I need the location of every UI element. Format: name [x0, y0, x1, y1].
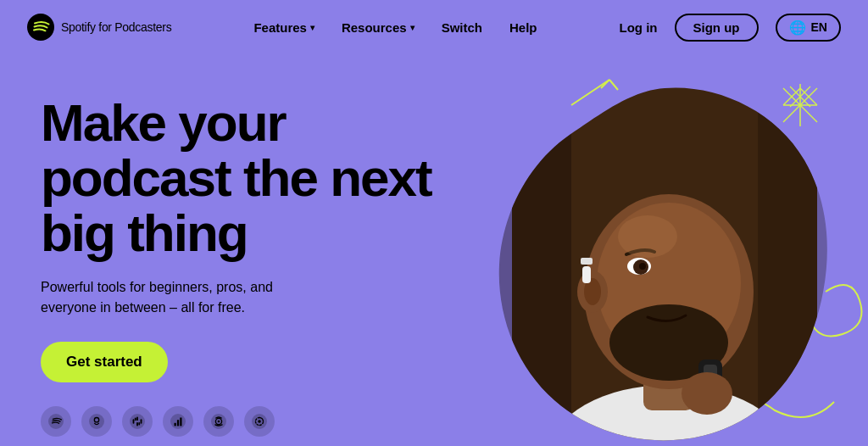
switch-nav-link[interactable]: Switch — [442, 20, 482, 35]
svg-point-17 — [218, 421, 220, 423]
logo-text: Spotify for Podcasters — [61, 20, 171, 34]
svg-rect-52 — [444, 54, 571, 446]
nav-links: Features ▾ Resources ▾ Switch Help — [253, 20, 537, 35]
hero-image — [444, 54, 868, 446]
apple-podcasts-icon — [81, 406, 112, 437]
nav-actions: Log in Sign up 🌐 EN — [620, 14, 841, 42]
svg-rect-43 — [582, 266, 591, 283]
svg-rect-12 — [175, 423, 176, 426]
svg-rect-53 — [758, 54, 868, 446]
hero-subtitle: Powerful tools for beginners, pros, and … — [41, 277, 312, 318]
login-link[interactable]: Log in — [620, 20, 658, 35]
svg-rect-9 — [135, 418, 136, 421]
svg-point-0 — [27, 14, 54, 41]
svg-point-47 — [639, 263, 646, 270]
resources-chevron-icon: ▾ — [410, 23, 415, 32]
spotify-logo-icon — [27, 14, 54, 41]
svg-rect-8 — [141, 420, 142, 424]
signup-button[interactable]: Sign up — [675, 14, 759, 42]
svg-point-19 — [258, 420, 261, 423]
svg-rect-10 — [138, 422, 140, 426]
features-chevron-icon: ▾ — [310, 23, 314, 32]
svg-point-4 — [130, 414, 145, 429]
blob-shape-svg — [444, 54, 868, 446]
chartable-platform-icon — [163, 406, 193, 437]
logo-link[interactable]: Spotify for Podcasters — [27, 14, 171, 41]
platform-icons-row — [41, 406, 448, 437]
features-nav-link[interactable]: Features ▾ — [253, 20, 314, 35]
navbar: Spotify for Podcasters Features ▾ Resour… — [0, 0, 868, 54]
google-podcasts-icon — [122, 406, 153, 437]
globe-icon: 🌐 — [789, 20, 806, 36]
svg-rect-14 — [180, 418, 181, 426]
svg-rect-13 — [177, 420, 179, 426]
language-label: EN — [811, 20, 827, 34]
spotify-platform-icon — [41, 406, 71, 437]
svg-rect-6 — [136, 422, 138, 426]
svg-point-1 — [48, 414, 64, 429]
hero-content: Make your podcast the next big thing Pow… — [41, 81, 448, 446]
help-nav-link[interactable]: Help — [509, 20, 537, 35]
svg-rect-7 — [133, 420, 135, 424]
svg-point-50 — [682, 372, 732, 415]
resources-nav-link[interactable]: Resources ▾ — [342, 20, 415, 35]
hero-section: Make your podcast the next big thing Pow… — [0, 54, 868, 446]
language-selector[interactable]: 🌐 EN — [776, 14, 841, 42]
svg-rect-5 — [136, 417, 138, 421]
get-started-button[interactable]: Get started — [41, 342, 168, 382]
hero-title: Make your podcast the next big thing — [41, 95, 448, 260]
castbox-platform-icon — [244, 406, 275, 437]
svg-point-51 — [618, 215, 677, 258]
svg-point-2 — [89, 414, 104, 429]
overcast-platform-icon — [203, 406, 234, 437]
svg-rect-44 — [581, 258, 593, 265]
